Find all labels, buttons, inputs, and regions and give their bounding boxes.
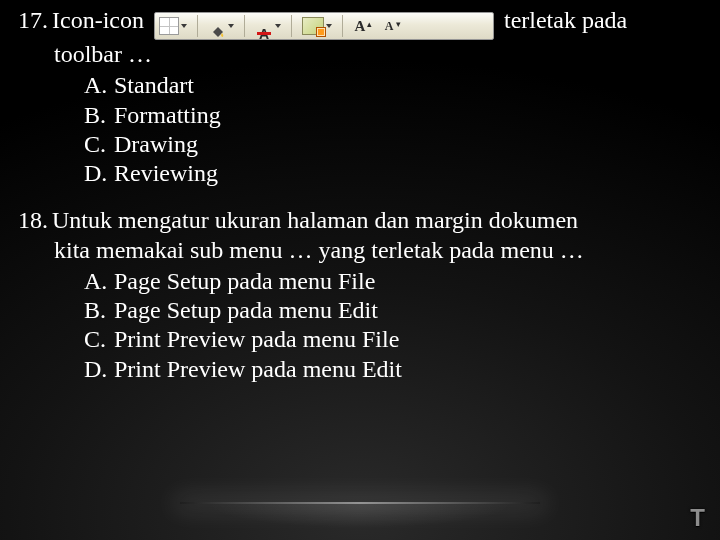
dropdown-arrow-icon [326, 24, 332, 28]
toolbar-separator [291, 15, 292, 37]
toolbar-separator [342, 15, 343, 37]
q17-text-after: terletak pada [504, 7, 627, 33]
option-text: Reviewing [114, 160, 218, 186]
slide: 17.Icon-icon A A▴ A▾ terletak pada toolb… [0, 0, 720, 540]
q18-text-line1: Untuk mengatur ukuran halaman dan margin… [52, 207, 578, 233]
q18-line1: 18.Untuk mengatur ukuran halaman dan mar… [18, 206, 702, 235]
q18-option-b: B.Page Setup pada menu Edit [84, 296, 702, 325]
q17-line2: toolbar … [54, 40, 702, 69]
q17-option-b: B.Formatting [84, 101, 702, 130]
dropdown-arrow-icon [181, 24, 187, 28]
q18-option-d: D.Print Preview pada menu Edit [84, 355, 702, 384]
q17-option-c: C.Drawing [84, 130, 702, 159]
option-label: D. [84, 159, 114, 188]
template-mark: T [690, 504, 706, 532]
q18-option-c: C.Print Preview pada menu File [84, 325, 702, 354]
option-text: Page Setup pada menu Edit [114, 297, 378, 323]
option-text: Formatting [114, 102, 221, 128]
q17-option-d: D.Reviewing [84, 159, 702, 188]
new-slide-icon [300, 14, 334, 38]
q17-option-a: A.Standart [84, 71, 702, 100]
decrease-font-icon: A▾ [380, 14, 403, 38]
option-label: C. [84, 325, 114, 354]
formatting-toolbar-image: A A▴ A▾ [154, 12, 494, 40]
toolbar-separator [244, 15, 245, 37]
toolbar-separator [197, 15, 198, 37]
q18-option-a: A.Page Setup pada menu File [84, 267, 702, 296]
option-text: Print Preview pada menu File [114, 326, 399, 352]
q18-options: A.Page Setup pada menu File B.Page Setup… [18, 267, 702, 384]
option-label: A. [84, 71, 114, 100]
insert-table-icon [157, 14, 189, 38]
option-label: B. [84, 101, 114, 130]
fill-color-icon [206, 14, 236, 38]
option-label: B. [84, 296, 114, 325]
q17-line1: 17.Icon-icon A A▴ A▾ terletak pada [18, 6, 702, 40]
floor-light-decoration [180, 502, 540, 504]
q17-number: 17. [18, 6, 52, 35]
option-text: Standart [114, 72, 194, 98]
dropdown-arrow-icon [275, 24, 281, 28]
question-18: 18.Untuk mengatur ukuran halaman dan mar… [18, 206, 702, 384]
option-text: Print Preview pada menu Edit [114, 356, 402, 382]
option-text: Page Setup pada menu File [114, 268, 375, 294]
increase-font-icon: A▴ [351, 14, 374, 38]
option-label: C. [84, 130, 114, 159]
dropdown-arrow-icon [228, 24, 234, 28]
q17-text-before: Icon-icon [52, 7, 144, 33]
question-17: 17.Icon-icon A A▴ A▾ terletak pada toolb… [18, 6, 702, 188]
option-text: Drawing [114, 131, 198, 157]
font-color-icon: A [253, 14, 283, 38]
option-label: A. [84, 267, 114, 296]
q17-options: A.Standart B.Formatting C.Drawing D.Revi… [18, 71, 702, 188]
option-label: D. [84, 355, 114, 384]
q18-number: 18. [18, 206, 52, 235]
q18-line2: kita memakai sub menu … yang terletak pa… [54, 236, 702, 265]
